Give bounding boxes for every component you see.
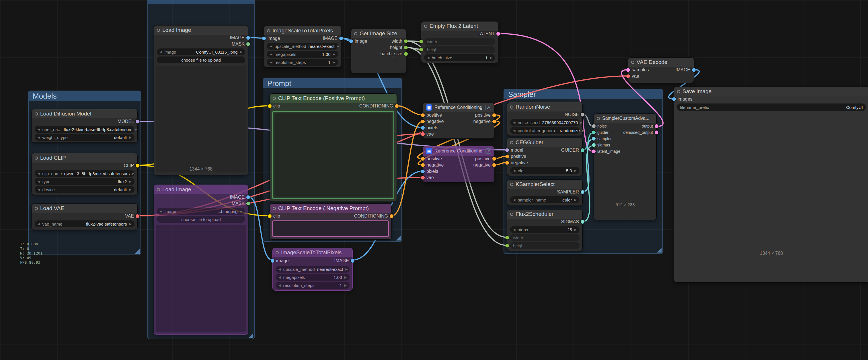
node-ksampler-select[interactable]: KSamplerSelect SAMPLER ◀sampler_nameeule… <box>507 179 583 206</box>
node-save-image[interactable]: Save Image images filename_prefixComfyUI… <box>674 87 868 283</box>
collapse-toggle-icon[interactable] <box>35 207 38 210</box>
widget-image[interactable]: ◀image...blue.png▶ <box>157 208 245 215</box>
input-port-sigmas[interactable] <box>592 143 596 147</box>
combo-right-arrow-icon[interactable]: ▶ <box>132 172 134 175</box>
node-get-image-size[interactable]: Get Image Size image width height batch_… <box>351 29 406 73</box>
external-link-icon[interactable]: ↗ <box>486 148 491 154</box>
collapse-toggle-icon[interactable] <box>35 157 38 160</box>
combo-right-arrow-icon[interactable]: ▶ <box>240 50 242 54</box>
node-load-image-muted[interactable]: Load Image IMAGE MASK ◀image...blue.png▶… <box>154 185 248 335</box>
input-port-width[interactable] <box>505 236 509 240</box>
input-port-guider[interactable] <box>592 131 596 134</box>
combo-right-arrow-icon[interactable]: ▶ <box>345 267 347 271</box>
widget-unet-name[interactable]: ◀unet_na...flux-2-klein-base-9b-fp8.safe… <box>35 126 134 133</box>
combo-right-arrow-icon[interactable]: ▶ <box>240 209 242 213</box>
combo-right-arrow-icon[interactable]: ▶ <box>344 284 347 287</box>
combo-left-arrow-icon[interactable]: ◀ <box>513 228 515 232</box>
input-port-negative[interactable] <box>505 161 509 165</box>
input-port-height[interactable] <box>419 48 423 52</box>
combo-right-arrow-icon[interactable]: ▶ <box>333 53 335 56</box>
collapse-toggle-icon[interactable] <box>157 188 160 191</box>
node-sampler-custom-advanced[interactable]: SamplerCustomAdva... noise output guider… <box>594 113 657 220</box>
widget-sampler-name[interactable]: ◀sampler_nameeuler▶ <box>510 196 580 203</box>
output-port-denoised-output[interactable] <box>655 131 658 134</box>
output-port-conditioning[interactable] <box>395 104 399 108</box>
output-port-image[interactable] <box>351 259 354 263</box>
combo-right-arrow-icon[interactable]: ▶ <box>575 228 577 232</box>
output-port-clip[interactable] <box>136 164 140 168</box>
combo-left-arrow-icon[interactable]: ◀ <box>37 128 40 131</box>
node-load-vae[interactable]: Load VAE VAE ◀vae_nameflux2-vae.safetens… <box>32 203 137 230</box>
input-port-width[interactable] <box>419 40 423 43</box>
input-port-image[interactable] <box>349 39 353 43</box>
input-port-pixels[interactable] <box>421 126 425 130</box>
combo-right-arrow-icon[interactable]: ▶ <box>129 188 132 192</box>
input-port-images[interactable] <box>672 97 676 101</box>
collapse-toggle-icon[interactable] <box>157 29 160 32</box>
input-port-negative[interactable] <box>421 120 425 124</box>
input-port-sampler[interactable] <box>592 137 596 141</box>
combo-left-arrow-icon[interactable]: ◀ <box>278 275 281 279</box>
collapse-toggle-icon[interactable] <box>510 213 513 216</box>
external-link-icon[interactable]: ↗ <box>486 105 491 110</box>
group-title[interactable]: Sampler <box>504 90 662 99</box>
output-port-image[interactable] <box>246 36 250 40</box>
output-port-model[interactable] <box>136 120 140 124</box>
combo-left-arrow-icon[interactable]: ◀ <box>427 56 429 60</box>
collapse-toggle-icon[interactable] <box>273 97 276 100</box>
collapse-toggle-icon[interactable] <box>510 183 513 186</box>
widget-image[interactable]: ◀imageComfyUI_00115_.png▶ <box>157 48 245 55</box>
widget-batch-size[interactable]: ◀batch_size1▶ <box>424 54 495 61</box>
combo-left-arrow-icon[interactable]: ◀ <box>160 209 162 213</box>
collapse-toggle-icon[interactable] <box>597 117 600 120</box>
widget-megapixels[interactable]: ◀megapixels1.00▶ <box>267 51 338 58</box>
node-flux2-scheduler[interactable]: Flux2Scheduler SIGMAS ◀steps25▶ width he… <box>507 209 583 251</box>
input-port-positive[interactable] <box>421 113 425 117</box>
node-empty-flux2-latent[interactable]: Empty Flux 2 Latent LATENT width height … <box>421 21 498 63</box>
output-port-image[interactable] <box>246 195 250 199</box>
combo-right-arrow-icon[interactable]: ▶ <box>575 198 577 202</box>
upload-button[interactable]: choose file to upload <box>157 57 245 63</box>
input-port-vae[interactable] <box>626 74 630 78</box>
combo-right-arrow-icon[interactable]: ▶ <box>337 44 339 48</box>
output-port-mask[interactable] <box>246 202 250 205</box>
group-title[interactable] <box>148 0 254 4</box>
node-random-noise[interactable]: RandomNoise NOISE ◀noise_seed27963990470… <box>507 102 583 136</box>
collapse-toggle-icon[interactable] <box>354 32 357 35</box>
combo-right-arrow-icon[interactable]: ▶ <box>129 222 132 226</box>
widget-width[interactable]: width <box>510 234 580 241</box>
combo-left-arrow-icon[interactable]: ◀ <box>270 53 272 56</box>
output-port-guider[interactable] <box>581 149 584 152</box>
input-port-noise[interactable] <box>592 124 596 128</box>
combo-left-arrow-icon[interactable]: ◀ <box>513 121 515 124</box>
widget-weight-dtype[interactable]: ◀weight_dtypedefault▶ <box>35 134 134 141</box>
upload-button[interactable]: choose file to upload <box>157 216 245 223</box>
collapse-toggle-icon[interactable] <box>273 207 276 210</box>
combo-right-arrow-icon[interactable]: ▶ <box>580 121 582 124</box>
combo-left-arrow-icon[interactable]: ◀ <box>513 129 515 132</box>
collapse-toggle-icon[interactable] <box>631 61 634 64</box>
combo-left-arrow-icon[interactable]: ◀ <box>37 172 40 175</box>
prompt-textarea[interactable] <box>272 111 394 199</box>
combo-left-arrow-icon[interactable]: ◀ <box>278 267 281 271</box>
output-port-width[interactable] <box>404 39 408 43</box>
node-cfg-guider[interactable]: CFGGuider model GUIDER positive negative… <box>507 138 583 176</box>
collapse-toggle-icon[interactable] <box>510 105 513 109</box>
output-port-negative[interactable] <box>492 163 496 167</box>
input-port-height[interactable] <box>505 244 509 248</box>
collapse-toggle-icon[interactable] <box>276 251 279 254</box>
node-load-image[interactable]: Load Image IMAGE MASK ◀imageComfyUI_0011… <box>154 25 248 175</box>
input-port-image[interactable] <box>271 259 274 263</box>
widget-device[interactable]: ◀devicedefault▶ <box>35 186 134 193</box>
output-port-positive[interactable] <box>492 157 496 161</box>
output-port-negative[interactable] <box>492 120 496 124</box>
combo-right-arrow-icon[interactable]: ▶ <box>135 128 137 131</box>
combo-left-arrow-icon[interactable]: ◀ <box>270 61 272 64</box>
input-port-latent-image[interactable] <box>592 150 596 153</box>
output-port-positive[interactable] <box>492 113 496 117</box>
widget-type[interactable]: ◀typeflux2▶ <box>35 178 134 185</box>
combo-left-arrow-icon[interactable]: ◀ <box>37 136 40 139</box>
widget-control-after-generate[interactable]: ◀control after genera..randomize▶ <box>510 127 580 134</box>
collapse-toggle-icon[interactable] <box>677 90 680 93</box>
combo-right-arrow-icon[interactable]: ▶ <box>575 169 577 172</box>
